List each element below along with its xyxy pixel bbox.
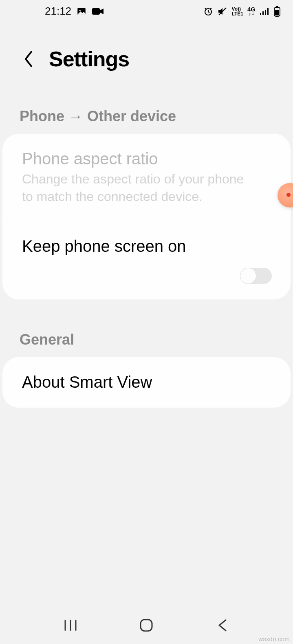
volte-icon: Vo)) LTE1 [232, 7, 243, 16]
svg-rect-6 [262, 11, 264, 15]
svg-rect-11 [275, 10, 279, 15]
arrow-right-icon: → [68, 108, 83, 125]
svg-rect-8 [267, 8, 269, 15]
watermark: wsxdn.com [258, 635, 290, 642]
video-icon [92, 7, 104, 15]
status-bar: 21:12 Vo)) LTE1 4G [0, 0, 293, 22]
toggle-track [240, 268, 272, 284]
status-time: 21:12 [45, 5, 71, 17]
nav-recents-button[interactable] [58, 613, 83, 637]
svg-point-1 [79, 9, 81, 11]
card-general: About Smart View [2, 357, 291, 408]
mute-icon [217, 7, 228, 16]
item-phone-aspect-ratio[interactable]: Phone aspect ratio Change the aspect rat… [2, 134, 291, 221]
item-description: Change the aspect ratio of your phone to… [22, 170, 250, 205]
status-right: Vo)) LTE1 4G [203, 6, 281, 17]
page-header: Settings [0, 22, 293, 83]
item-about-smart-view[interactable]: About Smart View [2, 357, 291, 408]
battery-icon [273, 6, 281, 17]
status-left: 21:12 [45, 5, 104, 17]
navigation-bar [0, 607, 293, 644]
item-title: Keep phone screen on [22, 236, 271, 256]
picture-icon [76, 6, 87, 17]
svg-rect-5 [260, 13, 261, 15]
toggle-keep-screen-on[interactable] [240, 268, 272, 284]
back-button[interactable] [20, 47, 37, 71]
section-header-phone-right: Other device [87, 108, 176, 125]
svg-rect-2 [92, 8, 100, 15]
nav-back-button[interactable] [210, 613, 235, 637]
nav-home-button[interactable] [134, 613, 159, 637]
section-header-general-label: General [20, 331, 74, 348]
item-title: Phone aspect ratio [22, 148, 271, 169]
toggle-knob [240, 268, 256, 284]
section-header-general: General [0, 299, 293, 357]
item-title: About Smart View [22, 372, 271, 392]
svg-rect-15 [141, 620, 152, 631]
page-title: Settings [49, 47, 129, 71]
alarm-icon [203, 7, 213, 16]
card-phone-settings: Phone aspect ratio Change the aspect rat… [2, 134, 291, 299]
svg-rect-7 [265, 10, 266, 15]
item-keep-phone-screen-on[interactable]: Keep phone screen on [2, 221, 291, 299]
record-dot-icon [286, 193, 291, 197]
signal-icon [260, 7, 269, 15]
section-header-phone: Phone → Other device [0, 83, 293, 134]
section-header-phone-left: Phone [20, 108, 64, 125]
network-4g-icon: 4G [247, 6, 256, 16]
